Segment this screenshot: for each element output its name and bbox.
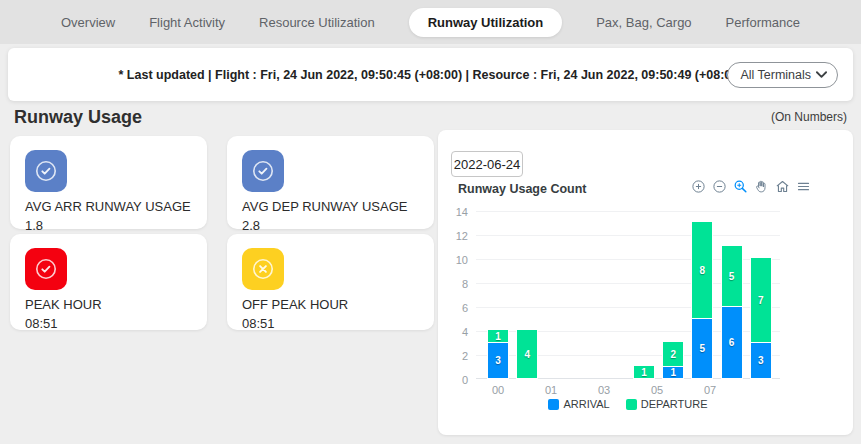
legend-swatch-icon: [548, 399, 559, 410]
check-circle-icon: [25, 150, 67, 192]
bar-data-label: 6: [729, 337, 735, 348]
card-value: 08:51: [242, 316, 420, 331]
bar-data-label: 1: [641, 367, 647, 378]
y-tick-label: 0: [440, 374, 468, 386]
legend-swatch-icon: [626, 399, 637, 410]
bar-arrival-06: 1: [663, 366, 683, 378]
card-label: OFF PEAK HOUR: [242, 297, 420, 312]
tab-overview[interactable]: Overview: [61, 8, 115, 37]
page-title: Runway Usage: [14, 107, 142, 128]
bar-arrival-07: 5: [692, 318, 712, 378]
terminals-dropdown-value: All Terminals: [740, 68, 811, 82]
bar-data-label: 8: [700, 265, 706, 276]
last-updated-bar: * Last updated | Flight : Fri, 24 Jun 20…: [8, 48, 853, 101]
zoom-in-icon[interactable]: [691, 179, 706, 194]
chart-title: Runway Usage Count: [458, 182, 587, 196]
runway-utilization-dashboard: Overview Flight Activity Resource Utiliz…: [0, 0, 861, 444]
gridline: [476, 211, 780, 212]
check-circle-icon: [25, 248, 67, 290]
bar-arrival-00: 3: [488, 342, 508, 378]
chart-legend: ARRIVALDEPARTURE: [476, 398, 780, 410]
tab-performance[interactable]: Performance: [726, 8, 800, 37]
check-circle-icon: [242, 150, 284, 192]
legend-item-arrival[interactable]: ARRIVAL: [548, 398, 609, 410]
pan-icon[interactable]: [754, 179, 769, 194]
stacked-bar-plot-area: 314112586537: [476, 211, 780, 379]
x-tick-label: 00: [492, 384, 504, 396]
bar-departure-01: 4: [517, 330, 537, 378]
gridline: [476, 235, 780, 236]
x-tick-label: 01: [545, 384, 557, 396]
bar-data-label: 5: [729, 271, 735, 282]
tab-runway-utilization[interactable]: Runway Utilization: [409, 8, 563, 37]
last-updated-text: * Last updated | Flight : Fri, 24 Jun 20…: [119, 68, 743, 82]
card-value: 08:51: [25, 316, 193, 331]
bar-data-label: 1: [495, 331, 501, 342]
x-tick-label: 03: [598, 384, 610, 396]
y-tick-label: 4: [440, 326, 468, 338]
card-off-peak-hour: OFF PEAK HOUR 08:51: [227, 234, 434, 330]
legend-item-departure[interactable]: DEPARTURE: [626, 398, 708, 410]
card-label: AVG ARR RUNWAY USAGE: [25, 199, 193, 214]
card-value: 1.8: [25, 218, 193, 233]
bar-departure-08: 5: [722, 246, 742, 306]
bar-departure-09: 7: [751, 258, 771, 342]
card-avg-arr-runway-usage: AVG ARR RUNWAY USAGE 1.8: [10, 136, 207, 229]
card-label: AVG DEP RUNWAY USAGE: [242, 199, 420, 214]
bar-arrival-08: 6: [722, 306, 742, 378]
bar-departure-07: 8: [692, 222, 712, 318]
x-circle-icon: [242, 248, 284, 290]
bar-departure-05: 1: [634, 366, 654, 378]
home-reset-icon[interactable]: [775, 179, 790, 194]
bar-departure-06: 2: [663, 342, 683, 366]
legend-label: DEPARTURE: [641, 398, 708, 410]
y-tick-label: 2: [440, 350, 468, 362]
section-header: Runway Usage (On Numbers): [14, 107, 847, 128]
zoom-out-icon[interactable]: [712, 179, 727, 194]
bar-data-label: 1: [670, 367, 676, 378]
y-tick-label: 10: [440, 254, 468, 266]
runway-usage-chart-card: 2022-06-24 Runway Usage Count 3141125865…: [438, 130, 853, 435]
on-numbers-note: (On Numbers): [771, 110, 847, 124]
tab-pax-bag-cargo[interactable]: Pax, Bag, Cargo: [596, 8, 691, 37]
chart-toolbar: [691, 179, 811, 194]
y-tick-label: 6: [440, 302, 468, 314]
bar-data-label: 4: [524, 349, 530, 360]
bar-data-label: 3: [495, 355, 501, 366]
card-avg-dep-runway-usage: AVG DEP RUNWAY USAGE 2.8: [227, 136, 434, 229]
y-tick-label: 12: [440, 230, 468, 242]
x-tick-label: 05: [651, 384, 663, 396]
bar-departure-00: 1: [488, 330, 508, 342]
tab-resource-utilization[interactable]: Resource Utilization: [259, 8, 375, 37]
x-tick-label: 07: [704, 384, 716, 396]
card-peak-hour: PEAK HOUR 08:51: [10, 234, 207, 330]
card-value: 2.8: [242, 218, 420, 233]
selection-zoom-icon[interactable]: [733, 179, 748, 194]
bar-data-label: 5: [700, 343, 706, 354]
card-label: PEAK HOUR: [25, 297, 193, 312]
date-picker-input[interactable]: 2022-06-24: [451, 151, 523, 177]
y-tick-label: 8: [440, 278, 468, 290]
tab-flight-activity[interactable]: Flight Activity: [149, 8, 225, 37]
bar-data-label: 7: [758, 295, 764, 306]
legend-label: ARRIVAL: [563, 398, 609, 410]
top-tab-bar: Overview Flight Activity Resource Utiliz…: [0, 0, 861, 44]
bar-data-label: 3: [758, 355, 764, 366]
bar-data-label: 2: [670, 349, 676, 360]
y-tick-label: 14: [440, 206, 468, 218]
menu-icon[interactable]: [796, 179, 811, 194]
terminals-dropdown[interactable]: All Terminals: [727, 62, 838, 88]
bar-arrival-09: 3: [751, 342, 771, 378]
chevron-down-icon: [816, 71, 827, 79]
